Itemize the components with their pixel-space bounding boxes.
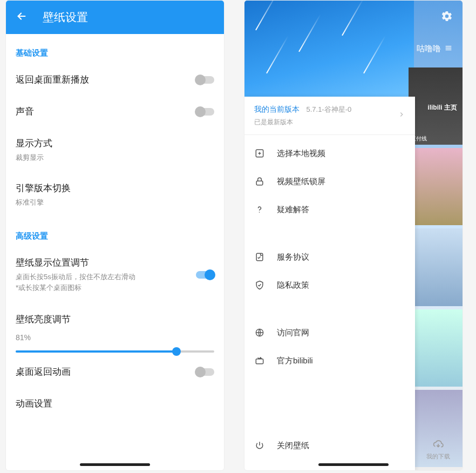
settings-content: 基础设置 返回桌面重新播放 声音 显示方式 裁剪显示 引擎版本切换 标准引擎 高… [6,34,224,420]
thumbnail-column: 支付线 [409,67,463,470]
home-indicator[interactable] [318,463,389,466]
menu-label: 服务协议 [277,252,309,262]
document-icon [254,252,265,262]
menu-group-2: 服务协议 隐私政策 [244,239,415,303]
section-advanced-header: 高级设置 [16,217,214,247]
menu-select-local-video[interactable]: 选择本地视频 [244,139,415,167]
video-thumbnail[interactable] [409,148,463,225]
return-anim-title: 桌面返回动画 [16,366,196,378]
left-phone: 壁纸设置 基础设置 返回桌面重新播放 声音 显示方式 裁剪显示 引擎版本切换 标… [5,0,225,471]
brightness-title: 壁纸亮度调节 [16,302,214,326]
back-arrow-icon[interactable] [16,10,28,24]
menu-group-3: 访问官网 官方bilibili [244,314,415,379]
menu-tos[interactable]: 服务协议 [244,243,415,271]
toggle-restart[interactable] [196,76,214,84]
position-title: 壁纸显示位置调节 [16,256,196,269]
menu-bilibili[interactable]: 官方bilibili [244,347,415,375]
download-cloud-icon [432,438,444,450]
menu-faq[interactable]: 疑难解答 [244,195,415,224]
display-mode-title: 显示方式 [16,137,214,150]
menu-label: 关闭壁纸 [277,441,309,451]
row-engine-version[interactable]: 引擎版本切换 标准引擎 [16,172,214,217]
slider-fill [16,350,176,353]
bottom-nav-item-download[interactable]: 我的下载 [414,435,463,470]
sound-title: 声音 [16,105,196,118]
chevron-right-icon [398,111,405,120]
toggle-sound[interactable] [196,108,214,116]
slider-thumb[interactable] [172,347,181,356]
menu-label: 官方bilibili [277,356,313,366]
add-file-icon [254,148,265,159]
video-thumbnail[interactable] [409,309,463,387]
row-sound[interactable]: 声音 [16,96,214,127]
drawer-header-image [244,1,414,97]
active-tab[interactable]: 咕噜噜 [417,44,453,54]
video-thumbnail[interactable] [409,228,463,306]
menu-close-wallpaper[interactable]: 关闭壁纸 [244,431,415,460]
row-position-adjust[interactable]: 壁纸显示位置调节 桌面长按5s振动后，按住不放左右滑动 *或长按某个桌面图标 [16,247,214,302]
position-sub2: *或长按某个桌面图标 [16,283,196,293]
lock-icon [254,176,265,187]
right-phone: 咕噜噜 支付线 ilibili 主页 我的当前版本 5.7.1-谷神星-0 已是… [244,0,463,471]
row-display-mode[interactable]: 显示方式 裁剪显示 [16,127,214,172]
menu-group-1: 选择本地视频 视频壁纸锁屏 疑难解答 [244,135,415,228]
appbar-title: 壁纸设置 [43,10,88,25]
gear-icon[interactable] [441,10,453,24]
navigation-drawer: 我的当前版本 5.7.1-谷神星-0 已是最新版本 选择本地视频 视频壁纸锁屏 [244,97,415,470]
svg-point-2 [259,212,260,213]
row-anim-settings[interactable]: 动画设置 [16,388,214,420]
download-label: 我的下载 [418,452,458,461]
home-indicator[interactable] [80,463,150,466]
menu-label: 疑难解答 [277,205,309,215]
svg-rect-1 [256,181,263,185]
app-bar: 壁纸设置 [6,1,224,34]
svg-rect-5 [256,359,263,364]
globe-icon [254,327,265,338]
row-restart-on-desktop[interactable]: 返回桌面重新播放 [16,64,214,96]
power-icon [254,440,265,451]
section-basic-header: 基础设置 [16,34,214,64]
tv-icon [254,355,265,366]
toggle-return-anim[interactable] [196,368,214,376]
row-brightness: 壁纸亮度调节 81% [16,302,214,353]
version-status: 已是最新版本 [254,118,398,127]
version-number: 5.7.1-谷神星-0 [306,105,351,113]
menu-label: 访问官网 [277,328,309,338]
toggle-position-adjust[interactable] [196,271,214,279]
engine-title: 引擎版本切换 [16,182,214,194]
menu-website[interactable]: 访问官网 [244,319,415,347]
anim-settings-title: 动画设置 [16,397,214,410]
brightness-slider[interactable] [16,350,214,353]
restart-title: 返回桌面重新播放 [16,73,196,86]
tab-label: 咕噜噜 [417,44,441,54]
shield-icon [254,280,265,290]
version-row[interactable]: 我的当前版本 5.7.1-谷神星-0 已是最新版本 [244,97,415,135]
hamburger-icon[interactable] [444,44,453,54]
brightness-value: 81% [16,326,214,347]
row-return-anim[interactable]: 桌面返回动画 [16,356,214,388]
position-sub1: 桌面长按5s振动后，按住不放左右滑动 [16,272,196,282]
engine-sub: 标准引擎 [16,198,214,207]
menu-label: 选择本地视频 [277,148,325,159]
menu-label: 视频壁纸锁屏 [277,177,325,187]
version-label: 我的当前版本 [254,105,300,113]
menu-lock-screen[interactable]: 视频壁纸锁屏 [244,167,415,195]
bilibili-badge[interactable]: ilibili 主页 [427,103,457,112]
display-mode-sub: 裁剪显示 [16,153,214,163]
menu-privacy[interactable]: 隐私政策 [244,271,415,299]
question-icon [254,204,265,215]
menu-label: 隐私政策 [277,280,309,290]
